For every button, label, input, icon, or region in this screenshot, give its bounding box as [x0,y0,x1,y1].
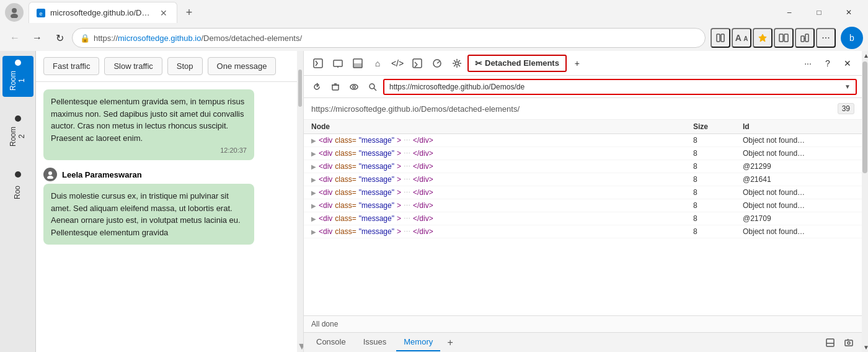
scroll-down-arrow[interactable]: ▼ [297,341,303,352]
table-row[interactable]: ▶ <div class="message"> ⋯ </div> 8 Objec… [304,147,862,160]
chat-scroll-thumb [298,70,302,107]
scroll-up-arrow[interactable]: ▲ [862,51,868,60]
col-id: Id [743,122,854,131]
dt-url-input[interactable]: https://microsoftedge.github.io/Demos/de… [383,79,857,95]
table-row[interactable]: ▶ <div class="message"> ⋯ </div> 8 Objec… [304,199,862,212]
reading-mode-button[interactable] [711,28,730,48]
back-button[interactable]: ← [5,28,25,48]
detached-elements-label: Detached Elements [485,58,559,68]
room2-dot [15,115,21,122]
table-row[interactable]: ▶ <div class="message"> ⋯ </div> 8 Objec… [304,225,862,238]
svg-text:e: e [39,11,42,17]
table-row[interactable]: ▶ <div class="message"> ⋯ </div> 8 @2129… [304,160,862,173]
refresh-button[interactable]: ↻ [50,28,69,48]
dock-button[interactable] [822,335,838,351]
stop-button[interactable]: Stop [167,57,203,75]
dt-table-body: ▶ <div class="message"> ⋯ </div> 8 Objec… [304,134,862,238]
issues-tab[interactable]: Issues [356,334,394,351]
dt-refresh-button[interactable] [309,79,325,95]
profile-avatar[interactable] [5,3,24,22]
message-text-1: Pellentesque elementum gravida sem, in t… [51,96,247,144]
minimize-button[interactable]: – [775,2,804,22]
svg-rect-20 [413,59,422,68]
expand-icon[interactable]: ▶ [311,215,316,222]
col-node: Node [311,122,693,131]
sidebar-item-room3[interactable]: Roo [2,168,33,209]
url-path: /Demos/detached-elements/ [201,34,302,43]
expand-icon[interactable]: ▶ [311,176,316,183]
message-bubble-1: Pellentesque elementum gravida sem, in t… [43,89,254,160]
room1-dot [15,60,21,66]
forward-button[interactable]: → [27,28,47,48]
devtools-console-button[interactable] [408,54,427,73]
chat-scrollbar[interactable]: ▼ [297,51,303,352]
svg-rect-16 [334,60,342,66]
extensions-button[interactable] [795,28,815,48]
sidebar-item-room1[interactable]: Room 1 [2,56,33,97]
new-tab-button[interactable]: + [180,3,198,22]
devtools-device-button[interactable] [329,54,347,73]
sidebar-item-room2[interactable]: Room 2 [2,112,33,153]
svg-marker-6 [759,34,766,42]
rooms-sidebar: Room 1 Room 2 Roo [0,51,36,352]
favorites-button[interactable] [753,28,773,48]
scroll-down-arrow[interactable]: ▼ [862,343,868,352]
devtools-home-button[interactable]: ⌂ [368,54,387,73]
devtools-scrollbar[interactable]: ▲ ▼ [862,51,868,352]
url-prefix: https:// [94,34,118,43]
devtools-inspect-button[interactable] [309,54,327,73]
fast-traffic-button[interactable]: Fast traffic [43,57,99,75]
devtools-dock-button[interactable] [348,54,367,73]
devtools-performance-button[interactable] [428,54,446,73]
expand-icon[interactable]: ▶ [311,202,316,209]
expand-icon[interactable]: ▶ [311,228,316,235]
devtools-more-button[interactable]: + [568,54,587,73]
dt-eye-button[interactable] [346,79,362,95]
devtools-overflow-button[interactable]: ··· [799,54,817,73]
console-tab[interactable]: Console [309,334,353,351]
tab-close-button[interactable]: ✕ [158,7,169,19]
devtools-help-button[interactable]: ? [818,54,837,73]
settings-more-button[interactable]: ··· [816,28,836,48]
split-screen-button[interactable] [774,28,794,48]
devtools-elements-button[interactable]: </> [388,54,407,73]
expand-icon[interactable]: ▶ [311,137,316,144]
table-row[interactable]: ▶ <div class="message"> ⋯ </div> 8 @2170… [304,212,862,225]
status-text: All done [311,320,338,328]
devtools-bottom-tools [822,335,857,351]
dt-url-dropdown-icon[interactable]: ▼ [844,83,851,90]
browser-tab[interactable]: e microsoftedge.github.io/Demos/ ✕ [29,2,177,23]
devtools-settings-button[interactable] [448,54,466,73]
table-row[interactable]: ▶ <div class="message"> ⋯ </div> 8 Objec… [304,134,862,147]
expand-icon[interactable]: ▶ [311,189,316,196]
dt-delete-button[interactable] [327,79,343,95]
maximize-button[interactable]: □ [805,2,833,22]
add-bottom-tab-button[interactable]: + [443,335,458,350]
svg-rect-10 [805,34,808,42]
col-size: Size [693,122,743,131]
sender-avatar-2 [43,168,57,181]
address-bar[interactable]: 🔒 https://microsoftedge.github.io/Demos/… [72,28,706,48]
screenshot-button[interactable] [841,335,857,351]
table-row[interactable]: ▶ <div class="message"> ⋯ </div> 8 Objec… [304,186,862,199]
url-domain: microsoftedge.github.io [118,34,201,43]
detached-elements-tab[interactable]: ✂ Detached Elements [467,55,567,72]
bing-chat-button[interactable]: b [841,27,863,49]
dt-search-button[interactable] [365,79,381,95]
svg-line-21 [415,62,417,65]
close-button[interactable]: ✕ [835,2,863,22]
font-size-button[interactable]: A A [732,28,751,48]
table-row[interactable]: ▶ <div class="message"> ⋯ </div> 8 @2164… [304,173,862,186]
expand-icon[interactable]: ▶ [311,150,316,157]
svg-rect-4 [717,34,720,42]
dt-table: Node Size Id ▶ <div class="message"> ⋯ <… [304,120,862,315]
memory-tab[interactable]: Memory [396,334,440,351]
one-message-button[interactable]: One message [208,57,277,75]
svg-point-14 [47,176,53,179]
slow-traffic-button[interactable]: Slow traffic [104,57,162,75]
expand-icon[interactable]: ▶ [311,163,316,170]
svg-text:b: b [849,33,854,43]
devtools-bottom-tabs: Console Issues Memory + [304,332,862,352]
devtools-close-button[interactable]: ✕ [838,54,857,73]
message-text-2: Duis molestie cursus ex, in tristique mi… [51,190,247,238]
